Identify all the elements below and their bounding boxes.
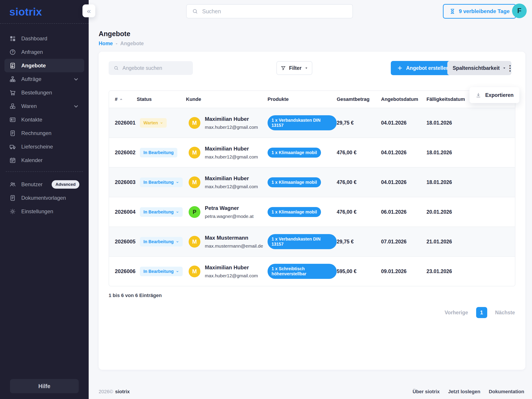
customer-name: Maximilian Huber xyxy=(205,265,258,271)
sidebar-item-label: Kontakte xyxy=(21,117,42,123)
offers-table: # Status Kunde Produkte Gesamtbetrag Ang… xyxy=(109,90,515,286)
global-search[interactable] xyxy=(186,4,353,18)
chevron-down-icon xyxy=(160,121,163,125)
breadcrumb-home-link[interactable]: Home xyxy=(99,41,113,47)
customer-cell: MMaximilian Hubermax.huber12@gmail.com xyxy=(186,116,267,130)
filter-button[interactable]: Filter xyxy=(276,61,312,75)
sidebar-item-anfragen[interactable]: ? Anfragen xyxy=(4,45,84,59)
footer-link-jetzt-loslegen[interactable]: Jetzt loslegen xyxy=(448,389,480,395)
status-badge[interactable]: In Bearbeitung xyxy=(140,148,177,157)
sidebar-section-divider xyxy=(6,171,83,172)
sidebar-item-waren[interactable]: Waren xyxy=(4,99,84,113)
column-header-produkte[interactable]: Produkte xyxy=(267,96,337,102)
total-amount: 29,75 € xyxy=(337,239,381,245)
table-row[interactable]: 2026002In BearbeitungMMaximilian Huberma… xyxy=(109,137,515,167)
customer-cell: PPetra Wagnerpetra.wagner@mode.at xyxy=(186,205,267,219)
pagination-next[interactable]: Nächste xyxy=(495,310,515,316)
status-label: In Bearbeitung xyxy=(143,180,174,185)
total-amount: 29,75 € xyxy=(337,120,381,126)
customer-email: max.huber12@gmail.com xyxy=(205,154,258,160)
customer-name: Maximilian Huber xyxy=(205,175,258,182)
customer-name: Maximilian Huber xyxy=(205,116,258,122)
offers-search-input[interactable] xyxy=(123,65,188,71)
status-badge[interactable]: In Bearbeitung xyxy=(140,177,183,187)
users-icon xyxy=(9,181,16,188)
trial-days-badge[interactable]: 9 verbleibende Tage xyxy=(443,4,516,19)
column-header-angebotsdatum[interactable]: Angebotsdatum xyxy=(381,96,426,102)
customer-cell: MMaximilian Hubermax.huber12@gmail.com xyxy=(186,146,267,160)
status-badge[interactable]: In Bearbeitung xyxy=(140,237,183,247)
sidebar-item-auftraege[interactable]: Aufträge xyxy=(4,72,84,86)
column-header-kunde[interactable]: Kunde xyxy=(186,96,267,102)
offers-card: Filter Angebot erstellen Spaltensichtbar… xyxy=(99,52,525,370)
export-menu-item[interactable]: Exportieren xyxy=(469,87,519,103)
column-header-id[interactable]: # xyxy=(109,96,137,102)
table-row[interactable]: 2026004In BearbeitungPPetra Wagnerpetra.… xyxy=(109,197,515,227)
id-card-icon xyxy=(9,116,16,123)
sidebar-item-kalender[interactable]: Kalender xyxy=(4,153,84,167)
chevron-down-icon xyxy=(73,76,79,82)
offer-date: 04.01.2026 xyxy=(381,179,426,185)
table-row[interactable]: 2026006In BearbeitungMMaximilian Huberma… xyxy=(109,256,515,286)
table-row[interactable]: 2026005In BearbeitungMMax Mustermannmax.… xyxy=(109,227,515,256)
sidebar-item-rechnungen[interactable]: Rechnungen xyxy=(4,126,84,140)
customer-email: petra.wagner@mode.at xyxy=(205,214,253,219)
chevron-down-icon xyxy=(176,240,179,243)
customer-cell: MMaximilian Hubermax.huber12@gmail.com xyxy=(186,175,267,189)
product-badge: 1 x Klimaanlage mobil xyxy=(267,207,321,217)
customer-email: max.huber12@gmail.com xyxy=(205,184,258,189)
search-icon xyxy=(192,8,198,15)
avatar: M xyxy=(189,177,200,188)
create-offer-label: Angebot erstellen xyxy=(406,65,449,71)
column-visibility-button[interactable]: Spaltensichtbarkeit xyxy=(447,61,511,75)
avatar: M xyxy=(189,236,200,248)
table-toolbar: Filter Angebot erstellen Spaltensichtbar… xyxy=(109,61,515,75)
sidebar-item-lieferscheine[interactable]: Lieferscheine xyxy=(4,140,84,153)
table-row[interactable]: 2026003In BearbeitungMMaximilian Huberma… xyxy=(109,167,515,197)
sidebar-collapse-button[interactable]: « xyxy=(82,4,95,17)
sidebar-item-dokumentvorlagen[interactable]: Dokumentvorlagen xyxy=(4,191,84,205)
sidebar-item-kontakte[interactable]: Kontakte xyxy=(4,113,84,126)
filter-label: Filter xyxy=(289,65,301,71)
sidebar-item-label: Dashboard xyxy=(21,35,47,42)
svg-text:?: ? xyxy=(12,50,14,54)
help-button[interactable]: Hilfe xyxy=(10,379,79,393)
global-search-input[interactable] xyxy=(202,8,347,15)
status-badge[interactable]: In Bearbeitung xyxy=(140,267,183,276)
pagination-page-1[interactable]: 1 xyxy=(476,307,487,318)
status-badge[interactable]: In Bearbeitung xyxy=(140,207,183,217)
dashboard-icon xyxy=(9,35,16,42)
column-header-status[interactable]: Status xyxy=(137,96,186,102)
sidebar-item-benutzer[interactable]: Benutzer Advanced xyxy=(4,177,84,191)
product-badge: 1 x Klimaanlage mobil xyxy=(267,148,321,158)
sidebar-item-dashboard[interactable]: Dashboard xyxy=(4,32,84,45)
sidebar-item-einstellungen[interactable]: Einstellungen xyxy=(4,205,84,218)
more-actions-button[interactable]: ⋮ xyxy=(505,62,515,74)
column-header-gesamtbetrag[interactable]: Gesamtbetrag xyxy=(337,96,381,102)
sidebar-item-label: Anfragen xyxy=(21,49,43,55)
plus-icon xyxy=(397,65,403,71)
footer-link-dokumentation[interactable]: Dokumentation xyxy=(489,389,524,395)
product-badge: 1 x Schreibtisch höhenverstellbar xyxy=(267,264,337,279)
avatar: M xyxy=(189,117,200,129)
table-row[interactable]: 2026001WartenMMaximilian Hubermax.huber1… xyxy=(109,108,515,137)
status-label: Warten xyxy=(143,120,158,126)
total-amount: 595,00 € xyxy=(337,268,381,274)
trial-days-label: 9 verbleibende Tage xyxy=(459,8,510,14)
create-offer-button[interactable]: Angebot erstellen xyxy=(391,61,455,75)
pagination-previous[interactable]: Vorherige xyxy=(445,310,468,316)
offers-search[interactable] xyxy=(109,61,193,75)
sidebar-item-label: Lieferscheine xyxy=(21,144,53,150)
sidebar-item-bestellungen[interactable]: Bestellungen xyxy=(4,86,84,99)
chevron-down-icon xyxy=(73,103,79,109)
status-badge[interactable]: Warten xyxy=(140,118,167,128)
footer-link-ueber-siotrix[interactable]: Über siotrix xyxy=(412,389,440,395)
table-header-row: # Status Kunde Produkte Gesamtbetrag Ang… xyxy=(109,91,515,108)
sidebar-item-angebote[interactable]: Angebote xyxy=(4,59,84,72)
chevron-down-icon xyxy=(176,270,179,273)
app-logo[interactable]: siotrix xyxy=(0,0,89,23)
user-avatar[interactable]: F xyxy=(512,4,527,18)
cart-icon xyxy=(9,89,16,96)
customer-email: max.huber12@gmail.com xyxy=(205,125,258,130)
collapse-chevrons-icon: « xyxy=(87,7,91,15)
